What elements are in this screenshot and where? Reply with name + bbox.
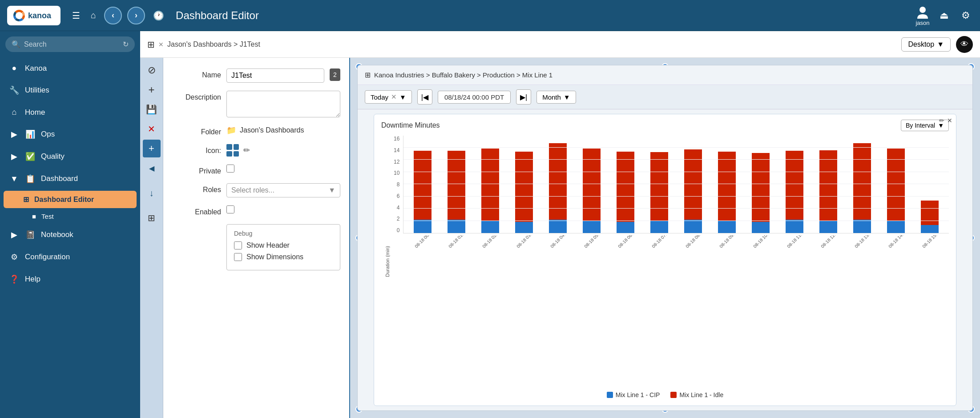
show-header-checkbox[interactable] <box>234 241 242 249</box>
description-input[interactable] <box>226 91 340 117</box>
sidebar-item-ops[interactable]: ▶ 📊 Ops <box>0 123 140 145</box>
bar-blue-13 <box>853 220 871 233</box>
sidebar-item-kanoa[interactable]: ● Kanoa <box>0 57 140 79</box>
save-tool-button[interactable]: 💾 <box>143 100 161 118</box>
bar-red-9 <box>718 152 736 221</box>
grid-line-10 <box>403 172 949 172</box>
page-title: Dashboard Editor <box>176 9 910 22</box>
history-button[interactable]: 🕐 <box>150 8 167 24</box>
date-prev-first-button[interactable]: |◀ <box>417 89 432 104</box>
icon-picker-icon[interactable]: ✏ <box>243 145 250 155</box>
bar-blue-11 <box>786 220 803 233</box>
bar-blue-12 <box>819 221 837 233</box>
grid-line-2 <box>403 221 949 221</box>
icon-cell-1 <box>226 144 232 150</box>
view-selector[interactable]: Desktop ▼ <box>901 37 951 52</box>
collapse-button[interactable]: ◀ <box>143 159 161 177</box>
cancel-tool-button[interactable]: ⊘ <box>143 61 161 79</box>
enabled-checkbox[interactable] <box>226 205 234 213</box>
date-filter-select[interactable]: Today ✕ ▼ <box>365 90 412 104</box>
widget-edit-icon[interactable]: ✏ <box>939 117 944 124</box>
view-selector-chevron: ▼ <box>937 40 944 48</box>
bar-red-8 <box>684 149 702 220</box>
show-header-row: Show Header <box>234 241 333 249</box>
legend-item-idle: Mix Line 1 - Idle <box>670 391 723 398</box>
bar-blue-1 <box>448 220 465 233</box>
x-label-2: 08-18 02:00 <box>479 235 522 266</box>
bar-blue-9 <box>718 221 736 233</box>
sidebar-item-utilities[interactable]: 🔧 Utilities <box>0 79 140 101</box>
close-tab-icon[interactable]: ✕ <box>158 41 164 48</box>
bar-blue-2 <box>481 221 499 233</box>
sidebar-item-home[interactable]: ⌂ Home <box>0 101 140 123</box>
delete-tool-button[interactable]: ✕ <box>143 120 161 138</box>
interval-label: By Interval <box>906 122 935 129</box>
roles-select[interactable]: Select roles... ▼ <box>226 183 340 197</box>
period-select[interactable]: Month ▼ <box>536 91 576 104</box>
folder-icon: 📁 <box>226 125 236 135</box>
sidebar-item-notebook[interactable]: ▶ 📓 Notebook <box>0 224 140 246</box>
bar-blue-7 <box>650 221 668 233</box>
hamburger-menu-button[interactable]: ☰ <box>69 8 83 24</box>
tool-sidebar: ⊘ + 💾 ✕ + ◀ ↓ ⊞ <box>140 58 163 418</box>
move-down-button[interactable]: ↓ <box>143 184 161 202</box>
sidebar: 🔍 ↻ ● Kanoa 🔧 Utilities ⌂ Home ▶ 📊 Ops ▶… <box>0 31 140 418</box>
search-input[interactable] <box>24 40 119 48</box>
grid-line-12 <box>403 159 949 160</box>
bar-blue-0 <box>414 220 432 233</box>
back-button[interactable]: ‹ <box>104 7 122 24</box>
breadcrumb-area: ⊞ ✕ Jason's Dashboards > J1Test <box>147 39 896 50</box>
legend-dot-cip <box>607 392 613 398</box>
sidebar-item-configuration[interactable]: ⚙ Configuration <box>0 246 140 268</box>
search-box[interactable]: 🔍 ↻ <box>5 36 135 52</box>
show-dimensions-checkbox[interactable] <box>234 253 242 261</box>
sidebar-sub-sub-item-test[interactable]: ■ Test <box>0 209 140 224</box>
chart-title: Downtime Minutes <box>381 121 440 129</box>
sidebar-sub-item-dashboard-editor[interactable]: ⊞ Dashboard Editor <box>4 191 137 208</box>
y-label-6: 6 <box>397 193 400 199</box>
bar-blue-4 <box>549 220 567 233</box>
search-icon: 🔍 <box>12 40 20 48</box>
sidebar-item-quality[interactable]: ▶ ✅ Quality <box>0 145 140 168</box>
utilities-icon: 🔧 <box>9 85 20 95</box>
dashboard-icon: 📋 <box>25 174 36 184</box>
folder-label: Folder <box>172 125 221 136</box>
user-profile[interactable]: jason <box>915 4 930 26</box>
preview-toggle-button[interactable]: 👁 <box>956 36 973 53</box>
forward-button[interactable]: › <box>127 7 145 24</box>
sidebar-item-dashboard[interactable]: ▼ 📋 Dashboard <box>0 168 140 190</box>
bar-group-13 <box>847 143 878 233</box>
ops-expand-icon: ▶ <box>9 129 20 139</box>
bar-red-15 <box>921 201 939 225</box>
sidebar-label-home: Home <box>25 108 45 117</box>
search-refresh-icon[interactable]: ↻ <box>123 40 129 48</box>
widget-close-icon[interactable]: ✕ <box>947 117 952 124</box>
icon-row: Icon: ✏ <box>172 144 340 157</box>
private-checkbox[interactable] <box>226 165 234 173</box>
login-button[interactable]: ⏏ <box>937 7 952 24</box>
sidebar-label-notebook: Notebook <box>41 230 73 239</box>
date-next-last-button[interactable]: ▶| <box>516 89 531 104</box>
logo: kanoa <box>7 6 60 25</box>
show-dimensions-row: Show Dimensions <box>234 253 333 261</box>
folder-name: Jason's Dashboards <box>240 126 304 134</box>
settings-button[interactable]: ⚙ <box>959 7 973 24</box>
debug-legend: Debug <box>234 230 333 237</box>
home-button[interactable]: ⌂ <box>88 8 99 23</box>
sidebar-item-help[interactable]: ❓ Help <box>0 268 140 290</box>
grid-button[interactable]: ⊞ <box>143 209 161 227</box>
add-tool-button[interactable]: + <box>143 81 161 99</box>
show-header-label: Show Header <box>246 241 290 249</box>
y-label-12: 12 <box>394 159 399 165</box>
notebook-expand-icon: ▶ <box>9 230 20 240</box>
bar-blue-5 <box>583 221 601 233</box>
add-widget-button[interactable]: + <box>143 140 161 157</box>
legend-label-cip: Mix Line 1 - CIP <box>616 391 660 398</box>
preview-breadcrumb: Kanoa Industries > Buffalo Bakery > Prod… <box>374 71 553 79</box>
content-area: ⊞ ✕ Jason's Dashboards > J1Test Desktop … <box>140 31 980 418</box>
y-label-0: 0 <box>397 227 400 233</box>
date-filter-clear-icon[interactable]: ✕ <box>391 93 397 101</box>
name-input[interactable] <box>226 68 324 83</box>
icon-area[interactable]: ✏ <box>226 144 250 157</box>
folder-value: 📁 Jason's Dashboards <box>226 125 304 135</box>
